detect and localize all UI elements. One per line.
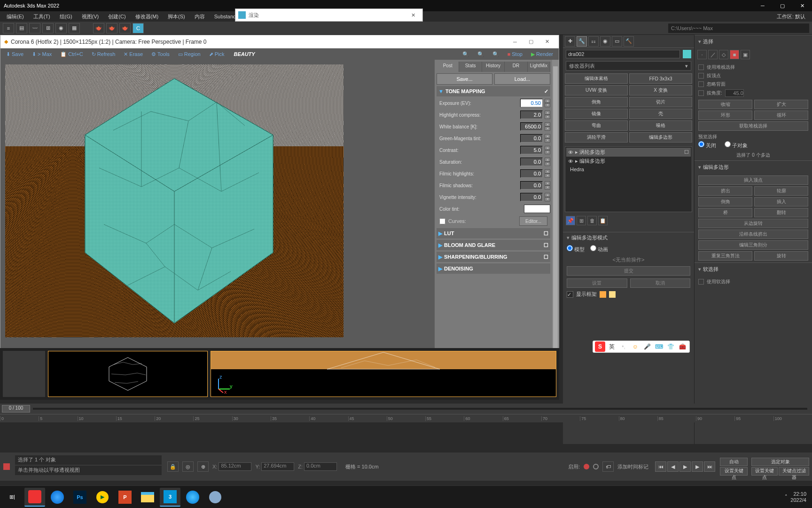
highlight-spinner[interactable]: ▴▾ <box>545 111 550 119</box>
play-icon[interactable]: ▶ <box>679 461 691 472</box>
vertex-icon[interactable]: · <box>697 50 707 59</box>
ime-keyboard-icon[interactable]: ⌨ <box>654 341 664 352</box>
mod-btn-editvoxel[interactable]: 编辑体素格 <box>565 73 628 84</box>
tool-render-icon[interactable]: C <box>133 23 144 33</box>
modstack-item-3[interactable]: Hedra <box>566 166 691 173</box>
mod-btn-xform[interactable]: X 变换 <box>629 85 692 95</box>
saturation-input[interactable] <box>520 158 543 166</box>
sogou-icon[interactable]: S <box>595 341 605 352</box>
tool-material-icon[interactable]: ◉ <box>55 23 67 33</box>
setkey2-button[interactable]: 设置关键点 <box>751 467 778 476</box>
tool-teapot3-icon[interactable]: 🫖 <box>119 23 131 33</box>
scrollbar-placeholder[interactable] <box>3 351 45 397</box>
vfb-load-preset[interactable]: Load... <box>494 73 550 85</box>
vfb-zoom-out-icon[interactable]: 🔍 <box>460 49 472 59</box>
radio-anim[interactable]: 动画 <box>590 245 608 253</box>
mod-btn-uvw[interactable]: UVW 变换 <box>565 85 628 95</box>
z-value[interactable]: 0.0cm <box>304 462 337 471</box>
object-color-swatch[interactable] <box>683 50 691 58</box>
mod-btn-mirror[interactable]: 镜像 <box>565 109 628 119</box>
vignette-spinner[interactable]: ▴▾ <box>545 193 550 201</box>
vfb-close[interactable]: ✕ <box>539 37 555 47</box>
vfb-erase-button[interactable]: ✕Erase <box>121 49 146 59</box>
mod-btn-bend[interactable]: 弯曲 <box>565 120 628 131</box>
menu-tools[interactable]: 工具(T) <box>31 12 53 21</box>
flip-button[interactable]: 翻转 <box>754 208 808 217</box>
vfb-tomax-button[interactable]: ⬇> Max <box>29 49 55 59</box>
time-slider-handle[interactable]: 0 / 100 <box>2 405 30 413</box>
menu-edit[interactable]: 编辑(E) <box>4 12 27 21</box>
element-icon[interactable]: ▣ <box>741 50 750 59</box>
goto-end-icon[interactable]: ⏭ <box>704 461 715 472</box>
filmichl-input[interactable] <box>520 169 543 178</box>
tab-hierarchy-icon[interactable]: ⚏ <box>588 36 599 47</box>
tab-create-icon[interactable]: ✚ <box>565 36 575 47</box>
bridge-button[interactable]: 桥 <box>698 208 752 217</box>
autokey-button[interactable]: 自动 <box>720 458 748 466</box>
use-soft-chk[interactable] <box>698 279 704 285</box>
app-3dsmax-icon[interactable]: 3 <box>160 488 180 507</box>
menu-create[interactable]: 创建(C) <box>105 12 128 21</box>
commit-button[interactable]: 提交 <box>567 266 690 276</box>
cancel-button[interactable]: 取消 <box>630 278 691 288</box>
from-edge-button[interactable]: 从边旋转 <box>698 219 808 228</box>
retri-button[interactable]: 重复三角算法 <box>698 251 752 261</box>
tray-chevron-icon[interactable]: ˄ <box>785 494 788 500</box>
y-value[interactable]: 27.694cm <box>261 462 294 471</box>
menu-group[interactable]: 组(G) <box>57 12 75 21</box>
tool-schematic-icon[interactable]: ⊞ <box>42 23 54 33</box>
section-lut[interactable]: ▶LUT☐ <box>437 228 550 238</box>
settings-button[interactable]: 设置 <box>567 278 627 288</box>
modifier-list-dropdown[interactable]: 修改器列表▾ <box>566 61 691 71</box>
object-name-input[interactable] <box>566 50 680 58</box>
vfb-tab-history[interactable]: History <box>482 62 505 72</box>
mod-btn-turbosmooth[interactable]: 涡轮平滑 <box>565 132 628 143</box>
vfb-minimize[interactable]: ─ <box>507 37 523 47</box>
tool-render-setup-icon[interactable]: ▦ <box>69 23 80 33</box>
rollout-edit-poly[interactable]: ▾编辑多边形 <box>695 160 812 174</box>
maxscript-rec-icon[interactable] <box>3 463 10 470</box>
vfb-maximize[interactable]: ▢ <box>523 37 539 47</box>
ime-bar[interactable]: S 英 •, ☺ 🎤 ⌨ 👕 🧰 <box>593 341 690 353</box>
vfb-ctrlc-button[interactable]: 📋Ctrl+C <box>57 49 86 59</box>
bevel-button[interactable]: 倒角 <box>698 197 752 206</box>
ime-lang[interactable]: 英 <box>607 341 617 352</box>
goto-start-icon[interactable]: ⏮ <box>655 461 666 472</box>
mod-btn-slice[interactable]: 切片 <box>629 97 692 107</box>
mod-btn-ffd[interactable]: FFD 3x3x3 <box>629 73 692 84</box>
modstack-item-2[interactable]: 👁▸ 编辑多边形 <box>566 157 691 166</box>
tool-layers-icon[interactable]: ▤ <box>16 23 27 33</box>
vignette-input[interactable] <box>520 193 543 201</box>
cage-color2[interactable] <box>609 291 616 298</box>
app-misc-icon[interactable] <box>205 488 226 507</box>
tab-modify-icon[interactable]: 🔧 <box>577 36 587 47</box>
vfb-zoom-in-icon[interactable]: 🔍 <box>490 49 502 59</box>
project-path[interactable]: C:\Users\~~~ Max <box>668 24 809 33</box>
x-value[interactable]: 85.12cm <box>219 462 251 471</box>
configure-icon[interactable]: 📋 <box>598 216 608 225</box>
tool-teapot-icon[interactable]: 🫖 <box>93 23 104 33</box>
turn-button[interactable]: 旋转 <box>754 251 808 261</box>
get-stack-sel-button[interactable]: 获取堆栈选择 <box>698 121 808 131</box>
app-red-icon[interactable] <box>24 488 45 507</box>
selected-obj-button[interactable]: 选定对象 <box>751 458 809 466</box>
whitebal-input[interactable] <box>520 122 543 131</box>
app-explorer-icon[interactable] <box>137 488 158 507</box>
ime-punct-icon[interactable]: •, <box>618 341 629 352</box>
shrink-button[interactable]: 收缩 <box>698 100 752 109</box>
vfb-render-button[interactable]: ▶Render <box>528 49 556 59</box>
ring-button[interactable]: 环形 <box>698 111 752 120</box>
modstack-item-1[interactable]: 👁▸ 涡轮多边形☐ <box>566 148 691 157</box>
show-cage-checkbox[interactable]: ✓ <box>567 291 573 298</box>
menu-content[interactable]: 内容 <box>192 12 208 21</box>
radio-model[interactable]: 模型 <box>567 245 585 253</box>
isolate-icon[interactable]: ◎ <box>182 461 194 472</box>
greenmagenta-spinner[interactable]: ▴▾ <box>545 134 550 143</box>
tool-teapot2-icon[interactable]: 🫖 <box>106 23 117 33</box>
saturation-spinner[interactable]: ▴▾ <box>545 158 550 166</box>
pin-stack-icon[interactable]: 📌 <box>566 216 575 225</box>
ime-skin-icon[interactable]: 👕 <box>665 341 676 352</box>
menu-scripting[interactable]: 脚本(S) <box>165 12 188 21</box>
grow-button[interactable]: 扩大 <box>754 100 808 109</box>
lock-selection-icon[interactable]: 🔒 <box>167 461 179 472</box>
